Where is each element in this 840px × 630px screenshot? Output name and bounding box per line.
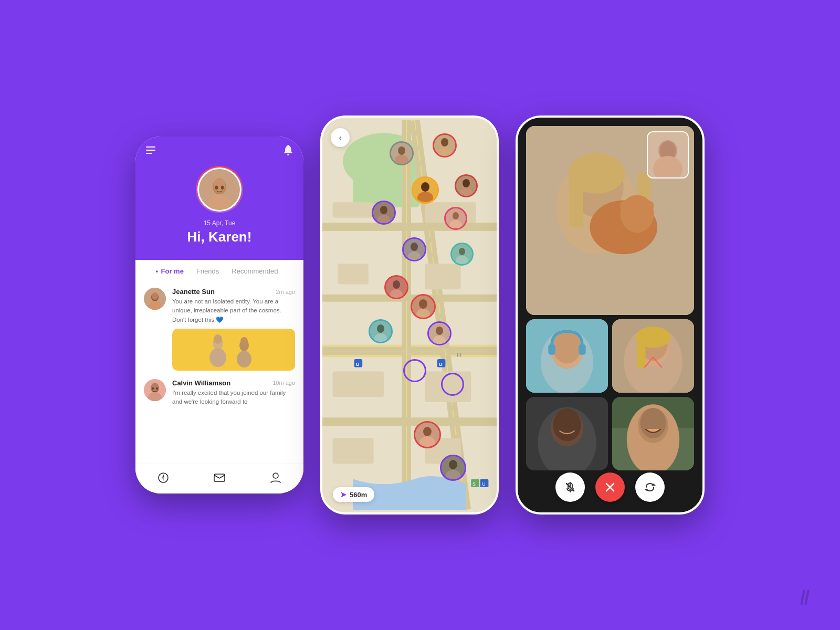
bell-icon[interactable] <box>284 145 293 155</box>
svg-point-78 <box>411 243 418 251</box>
svg-rect-27 <box>214 474 225 481</box>
svg-point-66 <box>421 182 429 192</box>
svg-point-14 <box>214 334 222 344</box>
bottom-nav <box>135 464 303 494</box>
svg-point-99 <box>449 460 457 469</box>
message-card-1: Jeanette Sun 2m ago You are not an isola… <box>144 288 295 371</box>
svg-point-96 <box>423 427 432 436</box>
map-pin-9 <box>384 275 408 299</box>
svg-rect-46 <box>333 371 384 397</box>
map-distance-indicator: ➤ 560m <box>333 487 374 502</box>
map-back-button[interactable]: ‹ <box>331 128 350 147</box>
svg-point-13 <box>209 348 226 367</box>
video-call-controls <box>518 472 702 502</box>
map-pin-13-empty <box>403 359 426 382</box>
svg-point-6 <box>221 186 224 190</box>
video-row-3 <box>526 397 694 470</box>
message-body-2: Calvin Williamson 10m ago I'm really exc… <box>172 379 295 407</box>
svg-rect-11 <box>181 329 286 371</box>
flip-camera-button[interactable] <box>635 472 665 502</box>
svg-point-17 <box>240 337 248 345</box>
user-avatar <box>197 167 242 212</box>
video-cell-blond <box>612 319 694 393</box>
svg-text:U: U <box>482 481 486 487</box>
menu-icon[interactable] <box>146 146 155 154</box>
sender-name-2: Calvin Williamson <box>172 379 230 387</box>
svg-point-22 <box>152 387 154 390</box>
video-row-2 <box>526 319 694 393</box>
svg-point-69 <box>463 179 470 187</box>
svg-point-84 <box>393 280 400 289</box>
video-cell-outdoor <box>612 397 694 470</box>
brand-watermark: // <box>800 587 808 609</box>
phone-map: U U Fl S U ‹ <box>320 116 499 514</box>
svg-rect-120 <box>548 344 555 355</box>
calvin-avatar <box>144 379 166 401</box>
map-pin-1 <box>390 141 414 165</box>
jeanette-avatar <box>144 288 166 310</box>
svg-text:U: U <box>439 361 443 367</box>
map-pin-6 <box>444 207 467 230</box>
svg-point-81 <box>459 248 465 255</box>
message-time-1: 2m ago <box>276 289 295 295</box>
svg-rect-39 <box>322 223 497 231</box>
message-text-2: I'm really excited that you joined our f… <box>172 388 295 407</box>
map-pin-16 <box>440 455 466 481</box>
svg-point-28 <box>273 473 278 478</box>
video-call-grid <box>518 118 702 512</box>
self-video-overlay <box>647 131 689 178</box>
back-icon: ‹ <box>339 133 342 142</box>
svg-point-75 <box>453 212 459 219</box>
video-main-feed <box>526 126 694 315</box>
svg-point-63 <box>441 138 448 146</box>
svg-point-5 <box>215 186 218 190</box>
svg-point-72 <box>380 206 387 214</box>
tab-recommended[interactable]: Recommended <box>232 267 278 279</box>
svg-rect-121 <box>579 344 585 355</box>
tab-friends[interactable]: Friends <box>196 267 219 279</box>
avatar-ring <box>196 166 243 213</box>
message-time-2: 10m ago <box>272 380 295 386</box>
svg-text:U: U <box>355 361 359 367</box>
nav-compass[interactable] <box>156 470 171 485</box>
svg-point-10 <box>152 292 158 300</box>
distance-value: 560m <box>350 491 367 499</box>
svg-point-4 <box>214 178 225 192</box>
nav-mail[interactable] <box>212 470 227 485</box>
message-card-2: Calvin Williamson 10m ago I'm really exc… <box>144 379 295 407</box>
map-pin-12 <box>427 321 452 345</box>
nav-profile[interactable] <box>268 470 283 485</box>
svg-point-138 <box>640 408 666 438</box>
map-pin-4 <box>455 174 478 197</box>
video-cell-headphones <box>526 319 608 393</box>
message-header-2: Calvin Williamson 10m ago <box>172 379 295 387</box>
message-image-1 <box>172 329 295 371</box>
message-body-1: Jeanette Sun 2m ago You are not an isola… <box>172 288 295 371</box>
svg-point-133 <box>553 408 581 441</box>
message-text-1: You are not an isolated entity. You are … <box>172 297 295 324</box>
phone1-top-bar <box>146 145 293 155</box>
mute-button[interactable] <box>555 472 585 502</box>
phone1-header-section: 15 Apr, Tue Hi, Karen! <box>135 136 303 260</box>
map-pin-5 <box>372 201 396 225</box>
end-call-button[interactable] <box>595 472 625 502</box>
svg-rect-40 <box>322 295 497 302</box>
tab-for-me[interactable]: For me <box>161 267 184 279</box>
svg-point-21 <box>151 383 159 391</box>
svg-rect-38 <box>406 120 407 510</box>
svg-point-119 <box>553 331 581 363</box>
svg-rect-45 <box>425 264 460 289</box>
video-cell-dark <box>526 397 608 470</box>
feed-content: Jeanette Sun 2m ago You are not an isola… <box>135 279 303 415</box>
svg-rect-48 <box>333 438 374 464</box>
user-avatar-wrapper <box>146 166 293 213</box>
svg-point-87 <box>419 299 427 309</box>
svg-text:S: S <box>472 481 476 487</box>
svg-point-16 <box>237 351 251 368</box>
svg-point-23 <box>156 387 158 390</box>
svg-point-93 <box>436 327 443 335</box>
phones-container: 15 Apr, Tue Hi, Karen! For me Friends Re… <box>135 116 705 514</box>
svg-rect-42 <box>333 202 374 217</box>
distance-arrow-icon: ➤ <box>340 490 346 499</box>
greeting-name: Hi, Karen! <box>146 229 293 245</box>
